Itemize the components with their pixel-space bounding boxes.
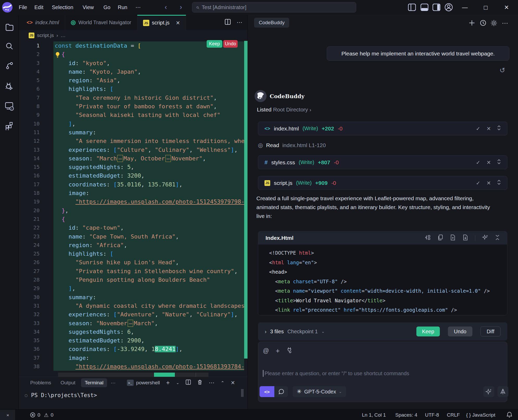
remote-explorer-icon[interactable]: × [0, 100, 19, 112]
editor-undo-button[interactable]: Undo [223, 40, 238, 48]
code-line[interactable]: region: "Asia", [53, 76, 244, 85]
new-terminal-icon[interactable]: + [166, 379, 170, 386]
close-button[interactable]: ✕ [502, 0, 511, 15]
tab-close-icon[interactable]: ✕ [176, 20, 180, 26]
language-mode[interactable]: { } JavaScript [466, 410, 495, 420]
code-line[interactable]: highlights: [ [53, 249, 244, 258]
keep-all-button[interactable]: Keep [416, 327, 440, 336]
eol-sequence[interactable]: CRLF [447, 410, 460, 420]
checkpoint-dropdown-icon[interactable]: ⌄ [322, 329, 325, 334]
reject-file-icon[interactable]: ✕ [486, 126, 491, 132]
widget-undo-button[interactable]: Undo [175, 373, 196, 377]
nav-back-icon[interactable]: ‹ [165, 0, 167, 15]
editor-keep-button[interactable]: Keep [207, 40, 222, 48]
menu-more[interactable]: ⋯ [135, 0, 141, 15]
panel-more-icon[interactable]: ⋯ [111, 380, 116, 386]
code-line[interactable]: season: "March–May, October–November", [53, 154, 244, 163]
widget-keep-button[interactable]: Keep [154, 373, 175, 377]
code-line[interactable]: "Private tour of bamboo forests at dawn"… [53, 102, 244, 111]
menu-selection[interactable]: Selection [52, 0, 73, 15]
insert-file-icon[interactable] [450, 234, 456, 242]
code-line[interactable]: region: "Africa", [53, 241, 244, 249]
remote-indicator[interactable]: ›‹ [0, 410, 15, 420]
extensions-icon[interactable] [0, 120, 19, 132]
attach-icon[interactable]: + [276, 347, 280, 355]
code-line[interactable]: name: "Cape Town, South Africa", [53, 232, 244, 241]
accept-file-icon[interactable]: ✓ [476, 159, 480, 166]
file-card-index-html[interactable]: <> index.html (Write) +202 -0 ✓ ✕ [258, 122, 507, 135]
tab-terminal[interactable]: Terminal [81, 378, 107, 387]
expand-file-icon[interactable] [497, 125, 501, 132]
terminal-dropdown-icon[interactable]: ⌄ [176, 380, 179, 385]
file-card-script-js[interactable]: JS script.js (Write) +909 -0 ✓ ✕ [258, 176, 507, 190]
code-line[interactable]: season: "November–March", [53, 319, 244, 328]
enhance-prompt-icon[interactable] [483, 386, 494, 397]
collapse-icon[interactable] [495, 234, 500, 242]
apply-diff-icon[interactable] [424, 234, 431, 242]
code-line[interactable]: image: [53, 189, 244, 197]
code-line[interactable]: "https://images.unsplash.com/photo-15124… [53, 197, 244, 206]
input-placeholder[interactable]: Please enter a question, or enter "/" to… [264, 371, 409, 377]
code-line[interactable]: highlights: [ [53, 85, 244, 93]
search-view-icon[interactable] [0, 40, 19, 52]
expand-file-icon[interactable] [497, 159, 501, 166]
tab-index-html[interactable]: <> index.html [21, 15, 65, 30]
code-line[interactable]: summary: [53, 128, 244, 137]
tab-world-travel-navigator[interactable]: ◎ World Travel Navigator [65, 15, 137, 30]
tab-output[interactable]: Output [57, 378, 79, 387]
cursor-position[interactable]: Ln 1, Col 1 [362, 410, 386, 420]
shell-selector[interactable]: >_ powershell [127, 380, 160, 386]
menu-edit[interactable]: Edit [34, 0, 43, 15]
code-line[interactable]: { [53, 50, 244, 59]
accept-file-icon[interactable]: ✓ [476, 180, 480, 186]
code-line[interactable]: coordinates: [35.0116, 135.7681], [53, 180, 244, 189]
tab-problems[interactable]: Problems [27, 378, 55, 387]
problems-indicator[interactable]: 0 ⚠ 0 [30, 410, 53, 420]
tool-call-listed[interactable]: Listed Root Directory › [257, 106, 311, 113]
terminal-scrollbar[interactable] [241, 389, 244, 397]
code-line[interactable]: suggestedNights: 5, [53, 163, 244, 171]
encoding[interactable]: UTF-8 [425, 410, 439, 420]
notifications-bell-icon[interactable] [506, 411, 513, 419]
chat-mode-toggle[interactable] [275, 386, 288, 397]
model-selector[interactable]: ✳ GPT-5-Codex ⌄ [293, 386, 346, 397]
explorer-icon[interactable] [0, 21, 19, 33]
chat-input-box[interactable]: @ + Please enter a question, or enter "/… [258, 342, 507, 402]
toggle-secondary-sidebar-icon[interactable] [433, 4, 440, 11]
code-line[interactable]: estimatedBudget: 2900, [53, 336, 244, 345]
settings-gear-icon[interactable] [490, 20, 497, 28]
widget-more-icon[interactable]: ⋮ [196, 373, 208, 377]
code-line[interactable]: "A dynamic coastal city where dramatic l… [53, 302, 244, 310]
breadcrumb[interactable]: JS script.js › … [19, 30, 248, 41]
code-line[interactable]: id: "cape-town", [53, 223, 244, 232]
command-search-input[interactable]: ⌕ Test [Administrator] [192, 2, 356, 12]
expand-checkpoint-icon[interactable]: › [265, 329, 267, 335]
code-editor[interactable]: 1234567891011121314151617181920212223242… [19, 41, 248, 377]
code-line[interactable]: }, [53, 206, 244, 215]
code-line[interactable]: experiences: ["Adventure", "Nature", "Cu… [53, 310, 244, 319]
expand-file-icon[interactable] [497, 179, 501, 186]
copy-icon[interactable] [437, 234, 443, 242]
sparkle-icon[interactable] [482, 234, 488, 242]
terminal-prompt[interactable]: ○ PS D:\projects\Test> [19, 392, 248, 398]
toggle-sidebar-icon[interactable] [408, 4, 416, 11]
checkpoint-label[interactable]: Checkpoint 1 [287, 329, 318, 335]
terminal-more-icon[interactable]: ⋯ [209, 379, 214, 386]
code-line[interactable]: id: "kyoto", [53, 59, 244, 67]
code-line[interactable]: { [53, 215, 244, 223]
history-icon[interactable] [480, 20, 486, 28]
chat-tab-codebuddy[interactable]: CodeBuddy [254, 18, 289, 28]
changed-files-count[interactable]: 3 files [270, 329, 284, 335]
code-line[interactable]: "Tea ceremony in historic Gion district"… [53, 93, 244, 102]
code-line[interactable]: "Private tasting in Stellenbosch wine co… [53, 267, 244, 275]
tool-call-read[interactable]: ◎ Read index.html L1-120 [258, 142, 326, 149]
code-line[interactable]: ], [53, 284, 244, 293]
breadcrumb-more[interactable]: … [61, 33, 66, 38]
nav-forward-icon[interactable]: › [180, 0, 182, 15]
code-line[interactable]: "Penguin spotting along Boulders Beach" [53, 275, 244, 284]
minimize-button[interactable]: — [460, 0, 470, 15]
close-panel-icon[interactable]: ✕ [231, 380, 235, 386]
reject-file-icon[interactable]: ✕ [486, 180, 491, 186]
code-line[interactable]: image: [53, 354, 244, 362]
indentation[interactable]: Spaces: 4 [395, 410, 417, 420]
